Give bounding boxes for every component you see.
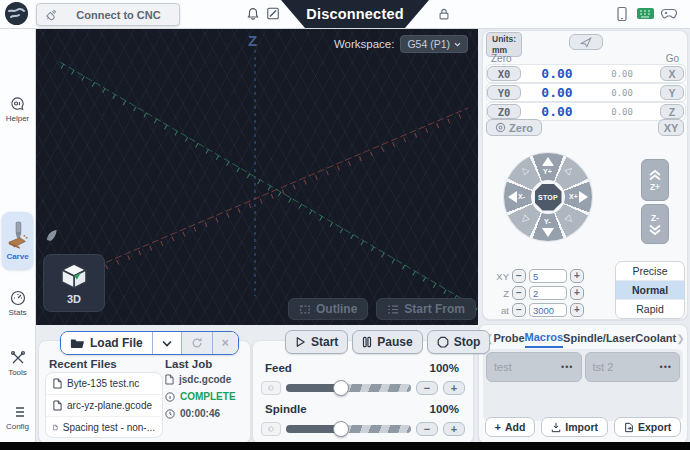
feed-slider-track[interactable] <box>286 384 411 392</box>
sidebar-item-helper[interactable]: Helper <box>0 96 35 123</box>
reload-file-button[interactable] <box>182 332 213 354</box>
spindle-increment-button[interactable]: + <box>443 422 465 436</box>
jog-y-minus-button[interactable]: Y- <box>536 217 560 241</box>
step-xy-decrement-button[interactable]: − <box>512 269 526 283</box>
step-xy-increment-button[interactable]: + <box>570 269 584 283</box>
start-button[interactable]: Start <box>285 330 348 354</box>
zero-all-button[interactable]: Zero <box>486 119 542 136</box>
recent-file-name: Spacing test - non-... <box>63 422 155 433</box>
add-macro-button[interactable]: + Add <box>485 417 536 437</box>
zero-z-button[interactable]: Z0 <box>487 104 521 119</box>
visualizer-3d-view[interactable]: Z Workspace: G54 (P1) 3D Outline Sta <box>35 28 478 325</box>
macro-item[interactable]: tst 2 ••• <box>585 352 681 382</box>
stop-button[interactable]: Stop <box>427 330 491 354</box>
feed-slider-thumb[interactable] <box>333 380 349 396</box>
step-z-increment-button[interactable]: + <box>570 286 584 300</box>
add-label: Add <box>505 421 525 433</box>
macro-options-ellipsis-icon[interactable]: ••• <box>660 362 672 372</box>
jog-z-plus-button[interactable]: Z+ <box>641 159 669 201</box>
tab-macros[interactable]: Macros <box>525 329 564 348</box>
jog-diagonal-up-right-button[interactable]: △ <box>564 165 575 176</box>
chevron-double-up-icon <box>648 169 662 181</box>
zero-y-button[interactable]: Y0 <box>487 85 521 100</box>
close-file-button[interactable]: × <box>213 332 238 354</box>
speed-normal-button[interactable]: Normal <box>616 281 684 300</box>
step-xy-input[interactable] <box>529 269 567 283</box>
load-file-button[interactable]: Load File <box>61 332 153 354</box>
spindle-decrement-button[interactable]: − <box>416 422 438 436</box>
cube-3d-icon <box>59 261 89 291</box>
connect-to-cnc-button[interactable]: Connect to CNC <box>36 3 180 26</box>
jog-x-minus-button[interactable]: X- <box>504 185 528 209</box>
tab-spindle-laser[interactable]: Spindle/Laser <box>563 330 635 347</box>
feed-decrement-button[interactable]: − <box>416 381 438 395</box>
sidebar-item-stats[interactable]: Stats <box>0 290 35 317</box>
go-xy-button[interactable]: XY <box>658 119 684 136</box>
jog-stop-button[interactable]: STOP <box>535 184 562 211</box>
paper-plane-icon <box>580 37 592 48</box>
load-file-dropdown-button[interactable] <box>153 332 182 354</box>
speed-at-input[interactable] <box>529 303 567 317</box>
go-x-button[interactable]: X <box>660 66 684 81</box>
remote-mode-phone-icon[interactable] <box>616 6 628 22</box>
outline-button[interactable]: Outline <box>288 298 368 320</box>
sidebar-label: Carve <box>6 252 28 261</box>
speed-rapid-button[interactable]: Rapid <box>616 300 684 318</box>
jog-z-minus-button[interactable]: Z- <box>641 204 669 244</box>
tabs-scroll-right-button[interactable]: ❯ <box>676 333 684 344</box>
step-z-decrement-button[interactable]: − <box>512 286 526 300</box>
x-axis-ticks <box>62 112 470 286</box>
tab-coolant[interactable]: Coolant <box>635 330 676 347</box>
sidebar-item-config[interactable]: Config <box>0 404 35 431</box>
gamepad-icon[interactable] <box>661 6 677 20</box>
folder-icon <box>70 337 84 349</box>
export-macros-button[interactable]: Export <box>614 417 681 437</box>
send-command-button[interactable] <box>569 34 603 50</box>
jog-x-plus-button[interactable]: X+ <box>568 185 592 209</box>
jog-diagonal-down-left-button[interactable]: △ <box>519 214 530 225</box>
zero-x-button[interactable]: X0 <box>487 66 521 81</box>
clock-icon <box>165 409 175 419</box>
macro-item[interactable]: test ••• <box>486 352 582 382</box>
workspace-row: Workspace: G54 (P1) <box>334 35 468 53</box>
speed-precise-button[interactable]: Precise <box>616 262 684 281</box>
jog-diagonal-down-right-button[interactable]: △ <box>564 214 575 225</box>
sidebar-item-tools[interactable]: Tools <box>0 350 35 377</box>
spindle-reset-button[interactable] <box>261 422 281 436</box>
macro-options-ellipsis-icon[interactable]: ••• <box>561 362 573 372</box>
keyboard-shortcuts-icon[interactable] <box>636 6 655 21</box>
lock-icon[interactable] <box>437 6 451 22</box>
jog-y-plus-button[interactable]: Y+ <box>536 153 560 177</box>
go-z-button[interactable]: Z <box>660 104 684 119</box>
units-label: Units: <box>492 34 516 45</box>
recent-file-item[interactable]: arc-yz-plane.gcode <box>46 395 162 417</box>
jog-diagonal-up-left-button[interactable]: △ <box>519 165 530 176</box>
top-bar: Connect to CNC Disconnected <box>0 0 690 29</box>
spindle-slider-thumb[interactable] <box>333 421 349 437</box>
recent-files-list: Byte-135 test.nc arc-yz-plane.gcode Spac… <box>45 372 163 438</box>
speed-at-decrement-button[interactable]: − <box>512 303 526 317</box>
notifications-bell-icon[interactable] <box>246 6 260 21</box>
app-logo-globe-icon[interactable] <box>5 2 28 25</box>
speed-at-increment-button[interactable]: + <box>570 303 584 317</box>
spindle-slider-track[interactable] <box>286 425 411 433</box>
recent-file-item[interactable]: Byte-135 test.nc <box>46 373 162 395</box>
feed-reset-button[interactable] <box>261 381 281 395</box>
feed-percent: 100% <box>430 362 459 374</box>
feed-increment-button[interactable]: + <box>443 381 465 395</box>
go-y-button[interactable]: Y <box>660 85 684 100</box>
sidebar-item-carve[interactable]: Carve <box>2 212 33 269</box>
tab-probe[interactable]: Probe <box>493 330 524 347</box>
last-job-file: jsdc.gcode <box>165 374 231 385</box>
view-mode-3d-button[interactable]: 3D <box>43 254 105 312</box>
recent-file-item[interactable]: Spacing test - non-... <box>46 417 162 438</box>
job-preview-icon[interactable] <box>266 6 280 21</box>
pause-button[interactable]: Pause <box>352 330 422 354</box>
start-from-button[interactable]: Start From <box>376 298 476 320</box>
feed-label: Feed <box>265 362 292 374</box>
feed-slider-row: − + <box>261 380 465 396</box>
workspace-dropdown[interactable]: G54 (P1) <box>400 35 468 53</box>
import-macros-button[interactable]: Import <box>541 417 608 437</box>
lightweight-mode-feather-icon[interactable] <box>44 228 59 243</box>
step-z-input[interactable] <box>529 286 567 300</box>
